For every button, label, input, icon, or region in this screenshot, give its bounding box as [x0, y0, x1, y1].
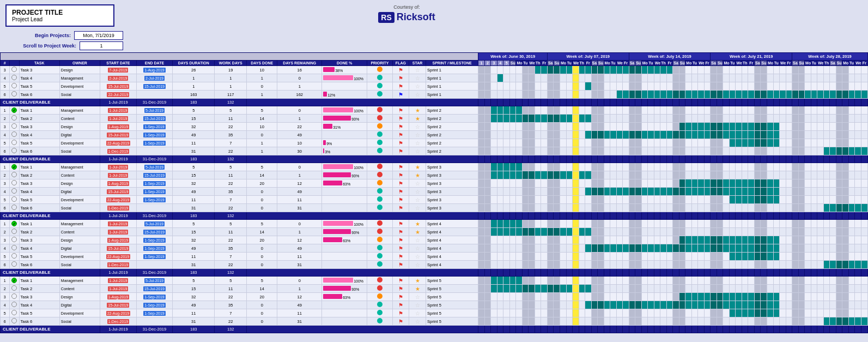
gantt-cell: [685, 236, 692, 244]
gantt-cell: [573, 277, 579, 285]
star-empty-icon: ☆: [415, 254, 420, 260]
gantt-cell: [554, 277, 560, 285]
gantt-cell: [679, 309, 685, 317]
gantt-cell-deliv: [616, 99, 623, 106]
gantt-cell: [529, 196, 535, 204]
gantt-cell: [817, 179, 824, 188]
gantt-cell: [685, 309, 692, 317]
gantt-cell: [591, 179, 598, 188]
gantt-cell: [679, 261, 685, 269]
task-done: 5: [247, 277, 277, 285]
gantt-cell: [798, 115, 805, 123]
gantt-cell: [635, 179, 642, 188]
day-jul14-th: Th: [660, 61, 667, 66]
gantt-cell: [811, 147, 817, 155]
task-work: 117: [215, 91, 247, 99]
task-start: 15-Jul-2019: [100, 188, 137, 196]
gantt-cell: [691, 253, 698, 261]
task-sprint: Sprint 3: [426, 204, 478, 212]
gantt-cell: [780, 196, 786, 204]
gantt-cell-deliv: [666, 212, 673, 220]
task-days: 15: [173, 285, 215, 293]
gantt-cell: [666, 285, 673, 293]
gantt-cell: [516, 188, 523, 196]
gantt-cell: [579, 163, 585, 171]
gantt-cell: [717, 139, 723, 147]
gantt-cell: [478, 228, 485, 236]
gantt-cell: [478, 285, 485, 293]
gantt-cell: [648, 317, 654, 326]
gantt-cell: [823, 301, 830, 309]
task-num: 1: [1, 106, 10, 115]
task-priority: [367, 244, 392, 253]
task-end: [136, 317, 173, 326]
task-days: 32: [173, 179, 215, 188]
gantt-cell: [717, 106, 723, 115]
gantt-cell: [591, 204, 598, 212]
gantt-cell: [842, 188, 849, 196]
gantt-cell: [754, 228, 761, 236]
gantt-cell-deliv: [509, 269, 516, 277]
status-cell: [9, 66, 19, 74]
gantt-cell-deliv: [805, 212, 811, 220]
gantt-cell-deliv: [522, 269, 529, 277]
gantt-cell-deliv: [742, 99, 748, 106]
task-name: Task 5: [19, 196, 59, 204]
gantt-cell: [503, 82, 510, 91]
day-jun30-tu: Tu: [522, 61, 529, 66]
gantt-cell: [616, 261, 623, 269]
gantt-cell: [717, 82, 723, 91]
gantt-cell: [604, 123, 610, 131]
task-start: 1-Jul-2019: [100, 163, 137, 171]
gantt-cell: [798, 131, 805, 139]
gantt-cell: [629, 66, 635, 74]
gantt-cell: [798, 91, 805, 99]
gantt-cell-deliv: [604, 99, 610, 106]
gantt-cell: [623, 301, 629, 309]
gantt-cell: [673, 106, 679, 115]
gantt-cell: [516, 147, 523, 155]
gantt-cell: [560, 179, 566, 188]
task-num: 3: [1, 236, 10, 244]
gantt-cell: [786, 74, 792, 82]
gantt-cell-deliv: [848, 99, 855, 106]
gantt-cell: [629, 228, 635, 236]
gantt-cell: [717, 147, 723, 155]
day-jun30-th: Th: [535, 61, 541, 66]
gantt-cell: [848, 285, 855, 293]
star-empty-icon: ☆: [415, 148, 420, 154]
gantt-cell: [522, 301, 529, 309]
gantt-cell: [635, 163, 642, 171]
gantt-cell: [547, 115, 554, 123]
gantt-cell: [711, 115, 717, 123]
gantt-cell: [579, 261, 585, 269]
gantt-cell: [748, 131, 755, 139]
task-num: 4: [1, 74, 10, 82]
task-owner: Content: [59, 228, 100, 236]
gantt-cell: [842, 179, 849, 188]
gantt-cell: [509, 106, 516, 115]
begin-projects-input[interactable]: [74, 31, 123, 40]
gantt-cell-deliv: [773, 212, 780, 220]
gantt-cell: [529, 285, 535, 293]
gantt-cell: [786, 317, 792, 326]
gantt-cell: [780, 253, 786, 261]
gantt-cell: [541, 123, 548, 131]
scroll-week-input[interactable]: [80, 41, 123, 50]
gantt-cell: [573, 106, 579, 115]
gantt-cell: [554, 293, 560, 301]
gantt-cell: [842, 196, 849, 204]
gantt-cell: [497, 74, 503, 82]
task-pct: [322, 317, 367, 326]
task-days: 31: [173, 204, 215, 212]
gantt-cell-deliv: [736, 269, 742, 277]
gantt-cell: [754, 106, 761, 115]
task-owner: Design: [59, 236, 100, 244]
gantt-cell: [503, 220, 510, 228]
gantt-cell-deliv: [823, 155, 830, 163]
gantt-cell: [604, 171, 610, 179]
task-name: Task 1: [19, 106, 59, 115]
gantt-cell: [761, 220, 767, 228]
gantt-cell: [666, 179, 673, 188]
gantt-cell: [792, 188, 799, 196]
